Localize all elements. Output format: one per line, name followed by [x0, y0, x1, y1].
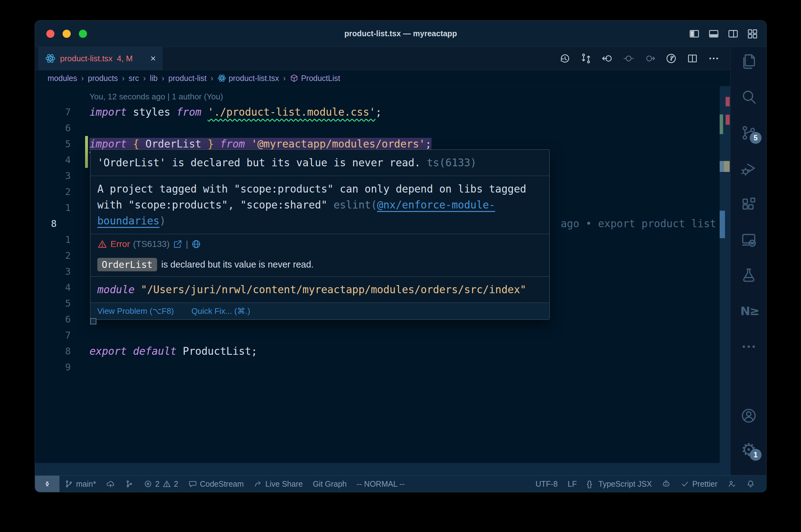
line-number: 5	[65, 136, 71, 152]
globe-icon[interactable]	[191, 239, 201, 249]
tooltip-resize-handle[interactable]	[90, 318, 96, 324]
line-number-gutter	[35, 88, 90, 104]
severity-code: (TS6133)	[133, 239, 169, 249]
settings-badge: 1	[750, 449, 762, 461]
code-editor[interactable]: You, 12 seconds ago | 1 author (You)7imp…	[35, 86, 720, 475]
status-item-typescript-jsx[interactable]: {}TypeScript JSX	[582, 479, 657, 489]
activity-item-source-control[interactable]: 5	[740, 125, 757, 141]
activity-item-debug[interactable]	[740, 160, 757, 177]
external-link-icon[interactable]	[173, 239, 183, 249]
status-item-cloud-up[interactable]	[101, 479, 120, 488]
screenshot-stage: product-list.tsx — myreactapp product-li…	[0, 0, 801, 532]
prev-change-icon[interactable]	[623, 53, 635, 64]
status-item-2[interactable]: 22	[139, 479, 183, 489]
react-icon	[45, 53, 56, 64]
activity-item-search[interactable]	[740, 89, 757, 106]
line-number-gutter: 7	[35, 327, 90, 343]
activity-item-remote-explorer[interactable]	[740, 231, 757, 248]
run-graph-icon[interactable]	[665, 53, 677, 64]
status-item-utf-8[interactable]: UTF-8	[530, 479, 563, 489]
activity-item-nx-console[interactable]: N≥	[740, 303, 757, 320]
more-h-icon[interactable]	[708, 53, 720, 64]
status-item-lf[interactable]: LF	[563, 479, 582, 489]
copilot-icon	[662, 479, 671, 488]
slider-tan-decoration	[724, 161, 730, 172]
line-number: 8	[65, 343, 71, 359]
branch-icon	[65, 479, 73, 488]
split-icon[interactable]	[687, 53, 698, 64]
commit-graph-icon	[125, 479, 133, 488]
activity-item-extensions[interactable]	[740, 196, 757, 212]
panel-bottom-icon[interactable]	[708, 28, 719, 39]
line-number-gutter: 8	[35, 216, 90, 232]
tooltip-eslint-rule: A project tagged with "scope:products" c…	[90, 176, 549, 234]
status-item-live-share[interactable]: Live Share	[249, 479, 308, 489]
warn-icon	[162, 479, 171, 488]
scrollbar-overview-ruler[interactable]	[720, 86, 730, 475]
severity-divider: |	[186, 239, 188, 249]
breadcrumb-item-lib[interactable]: lib	[150, 74, 158, 83]
line-number-gutter: 1	[35, 200, 90, 216]
inline-blame-annotation: ago • export product list …	[561, 216, 720, 232]
bell-icon	[746, 479, 755, 488]
remote-indicator[interactable]	[35, 476, 59, 492]
status-item-main-[interactable]: main*	[59, 479, 101, 489]
tooltip-actions: View Problem (⌥F8)Quick Fix... (⌘.)	[90, 303, 549, 320]
close-tab-icon[interactable]: ×	[150, 54, 156, 63]
added-green-decoration	[720, 114, 723, 134]
breadcrumb-item-product-list-tsx[interactable]: product-list.tsx	[217, 74, 279, 83]
breadcrumb-separator: ›	[122, 74, 125, 83]
remote-icon	[42, 479, 52, 489]
breadcrumb-item-products[interactable]: products	[88, 74, 118, 83]
line-number-gutter: 8	[35, 343, 90, 359]
status-item-copilot[interactable]	[657, 479, 675, 488]
symbol-chip: OrderList	[97, 258, 157, 271]
tooltip-action[interactable]: Quick Fix... (⌘.)	[192, 306, 250, 316]
status-item-commit-graph[interactable]	[120, 479, 139, 488]
tab-problems-badge: 4, M	[117, 54, 133, 63]
tab-product-list[interactable]: product-list.tsx 4, M ×	[38, 47, 163, 70]
line-number: 9	[65, 359, 71, 375]
tooltip-action[interactable]: View Problem (⌥F8)	[97, 306, 174, 316]
activity-item-more[interactable]	[740, 338, 757, 355]
status-item-prettier[interactable]: Prettier	[675, 479, 723, 489]
line-number: 3	[65, 264, 71, 280]
status-item-feedback[interactable]	[723, 479, 741, 488]
tab-bar: product-list.tsx 4, M ×	[35, 47, 730, 70]
breadcrumb-separator: ›	[211, 74, 213, 83]
activity-item-testing[interactable]	[740, 267, 757, 284]
layout-grid-icon[interactable]	[747, 28, 758, 39]
status-item--normal-[interactable]: -- NORMAL --	[352, 479, 409, 489]
line-number: 4	[65, 152, 71, 168]
breadcrumb-item-src[interactable]: src	[129, 74, 139, 83]
git-added-gutter-bar	[85, 136, 88, 168]
breadcrumb-item-modules[interactable]: modules	[48, 74, 77, 83]
chip-message: is declared but its value is never read.	[161, 260, 314, 270]
status-item-git-graph[interactable]: Git Graph	[308, 479, 352, 489]
line-number-gutter: 2	[35, 184, 90, 200]
breadcrumb-item-product-list[interactable]: product-list	[168, 74, 206, 83]
activity-item-explorer[interactable]	[740, 53, 757, 70]
breadcrumb-separator: ›	[81, 74, 84, 83]
activity-item-accounts[interactable]	[740, 407, 757, 424]
window-layout-controls	[689, 28, 758, 39]
breadcrumb-separator: ›	[143, 74, 145, 83]
history-icon[interactable]	[559, 53, 571, 64]
activity-item-settings[interactable]: ⚙1	[740, 441, 757, 458]
tooltip-diagnostic-line: 'OrderList' is declared but its value is…	[90, 150, 549, 176]
compare-icon[interactable]	[580, 53, 592, 64]
line-number-gutter: 4	[35, 280, 90, 296]
braces-icon: {}	[587, 479, 596, 488]
status-item-codestream[interactable]: CodeStream	[183, 479, 249, 489]
back-icon[interactable]	[601, 53, 613, 64]
code-line: 6	[35, 120, 720, 136]
split-right-icon[interactable]	[727, 28, 739, 39]
split-left-icon[interactable]	[689, 28, 700, 39]
react-icon	[217, 74, 226, 82]
accounts-icon	[740, 407, 757, 424]
slider-blue-decoration	[720, 161, 724, 172]
next-change-icon[interactable]	[644, 53, 656, 64]
status-item-bell[interactable]	[741, 479, 760, 488]
nx-console-icon: N≥	[740, 303, 757, 320]
breadcrumb-item-productlist[interactable]: ProductList	[290, 74, 340, 83]
